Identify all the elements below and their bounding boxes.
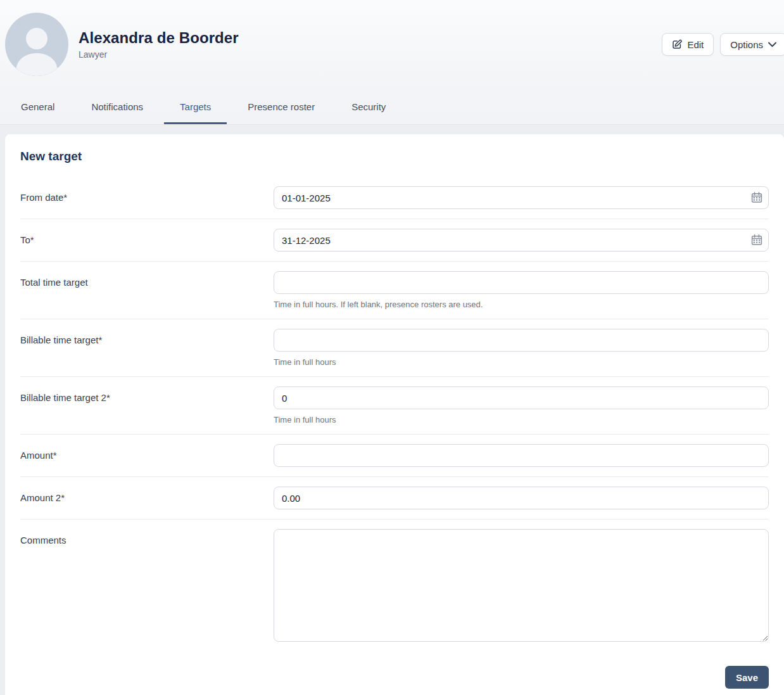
total-time-target-label: Total time target (20, 271, 274, 294)
amount-field (274, 444, 769, 467)
profile-page: Alexandra de Boorder Lawyer Edit Options (0, 0, 784, 695)
from-date-field (274, 186, 769, 209)
tab-security[interactable]: Security (336, 89, 401, 124)
from-date-label: From date* (20, 186, 274, 209)
billable-time-target-label: Billable time target* (20, 329, 274, 352)
form-row-amount-2: Amount 2* (20, 476, 769, 519)
edit-button[interactable]: Edit (662, 33, 714, 56)
to-date-input[interactable] (274, 229, 769, 252)
amount-2-input[interactable] (274, 487, 769, 509)
amount-label: Amount* (20, 444, 274, 467)
options-button-label: Options (730, 39, 763, 50)
header-actions: Edit Options (662, 33, 784, 56)
billable-time-target-2-input[interactable] (274, 386, 769, 409)
chevron-down-icon (768, 42, 776, 48)
amount-2-label: Amount 2* (20, 487, 274, 509)
form-row-total-time-target: Total time target Time in full hours. If… (20, 261, 769, 319)
comments-field (274, 529, 769, 644)
billable-time-target-2-field: Time in full hours (274, 386, 769, 424)
calendar-icon[interactable] (750, 234, 763, 246)
billable-time-target-2-help: Time in full hours (274, 415, 769, 424)
total-time-target-help: Time in full hours. If left blank, prese… (274, 300, 769, 309)
form-row-to-date: To* (20, 219, 769, 261)
to-date-label: To* (20, 229, 274, 252)
form-actions: Save (20, 654, 769, 695)
form-row-comments: Comments (20, 519, 769, 654)
tab-targets[interactable]: Targets (164, 89, 227, 124)
save-button[interactable]: Save (725, 666, 769, 689)
billable-time-target-help: Time in full hours (274, 357, 769, 367)
comments-textarea[interactable] (274, 529, 769, 642)
section-title: New target (20, 150, 769, 163)
calendar-icon[interactable] (750, 191, 763, 204)
billable-time-target-2-label: Billable time target 2* (20, 386, 274, 409)
header-zone: Alexandra de Boorder Lawyer Edit Options (0, 0, 784, 125)
avatar (5, 13, 68, 76)
from-date-input[interactable] (274, 186, 769, 209)
role-subtitle: Lawyer (79, 49, 662, 60)
form-row-billable-time-target: Billable time target* Time in full hours (20, 319, 769, 376)
page-title: Alexandra de Boorder (79, 29, 662, 48)
new-target-card: New target From date* (5, 134, 784, 695)
options-button[interactable]: Options (720, 33, 784, 56)
profile-header: Alexandra de Boorder Lawyer Edit Options (0, 0, 784, 89)
amount-2-field (274, 487, 769, 509)
form-row-billable-time-target-2: Billable time target 2* Time in full hou… (20, 376, 769, 434)
billable-time-target-input[interactable] (274, 329, 769, 352)
edit-icon (672, 39, 682, 49)
billable-time-target-field: Time in full hours (274, 329, 769, 367)
form-row-from-date: From date* (20, 177, 769, 219)
profile-tab-bar: General Notifications Targets Presence r… (0, 89, 784, 125)
form-row-amount: Amount* (20, 434, 769, 476)
edit-button-label: Edit (687, 39, 704, 50)
identity-block: Alexandra de Boorder Lawyer (79, 29, 662, 60)
tab-general[interactable]: General (5, 89, 70, 124)
amount-input[interactable] (274, 444, 769, 467)
total-time-target-input[interactable] (274, 271, 769, 294)
comments-label: Comments (20, 529, 274, 552)
total-time-target-field: Time in full hours. If left blank, prese… (274, 271, 769, 309)
to-date-field (274, 229, 769, 252)
person-icon (5, 13, 68, 76)
tab-presence-roster[interactable]: Presence roster (232, 89, 331, 124)
tab-notifications[interactable]: Notifications (75, 89, 159, 124)
